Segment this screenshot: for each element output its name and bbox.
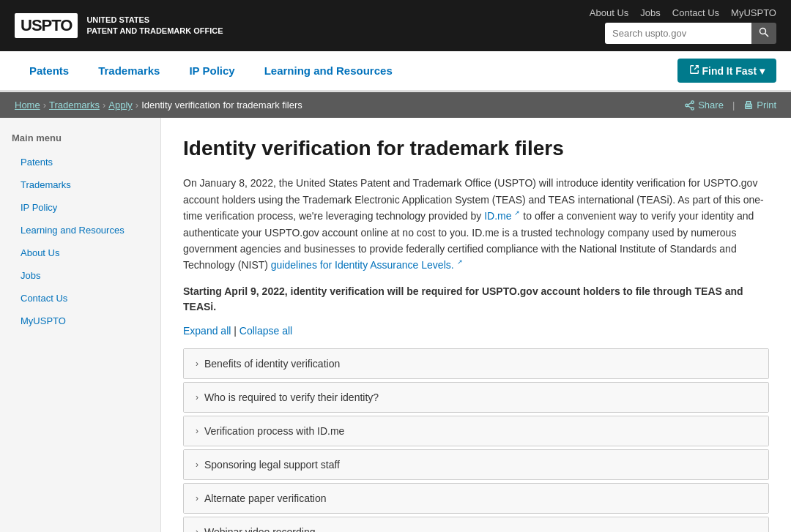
intro-paragraph-1: On January 8, 2022, the United States Pa… <box>183 175 769 273</box>
accordion-item-1: › Who is required to verify their identi… <box>183 382 769 413</box>
sidebar-item-jobs[interactable]: Jobs <box>0 264 160 287</box>
sidebar-title: Main menu <box>0 132 160 151</box>
print-icon <box>743 100 754 110</box>
search-icon <box>759 27 769 37</box>
dropdown-arrow-icon: ▾ <box>760 65 765 77</box>
chevron-right-icon-4: › <box>196 493 198 503</box>
breadcrumb-apply[interactable]: Apply <box>108 100 133 110</box>
chevron-right-icon-3: › <box>196 460 198 470</box>
breadcrumb-home[interactable]: Home <box>15 100 40 110</box>
expand-collapse-separator: | <box>234 325 239 337</box>
breadcrumb-current: Identity verification for trademark file… <box>141 100 302 110</box>
search-input[interactable] <box>605 23 751 44</box>
breadcrumb-trademarks[interactable]: Trademarks <box>49 100 100 110</box>
svg-line-6 <box>688 105 691 108</box>
chevron-right-icon-2: › <box>196 426 198 436</box>
accordion-item-3: › Sponsoring legal support staff <box>183 449 769 480</box>
sidebar-item-patents[interactable]: Patents <box>0 151 160 173</box>
sidebar-item-contact-us[interactable]: Contact Us <box>0 287 160 310</box>
svg-point-0 <box>760 29 766 34</box>
accordion: › Benefits of identity verification › Wh… <box>183 348 769 532</box>
external-link-icon-2: ↗ <box>457 259 463 266</box>
top-links: About Us Jobs Contact Us MyUSPTO <box>590 7 776 18</box>
expand-collapse-controls: Expand all | Collapse all <box>183 325 769 337</box>
accordion-header-4[interactable]: › Alternate paper verification <box>184 484 768 513</box>
accordion-label-5: Webinar video recording <box>204 526 316 532</box>
bold-notice: Starting April 9, 2022, identity verific… <box>183 284 769 315</box>
about-us-link[interactable]: About Us <box>590 7 628 18</box>
svg-point-3 <box>686 104 688 107</box>
site-header: USPTO UNITED STATES PATENT AND TRADEMARK… <box>0 0 791 51</box>
svg-line-1 <box>765 34 769 37</box>
accordion-header-2[interactable]: › Verification process with ID.me <box>184 416 768 446</box>
accordion-label-4: Alternate paper verification <box>204 492 327 504</box>
find-it-fast-button[interactable]: Find It Fast ▾ <box>677 59 776 83</box>
accordion-label-0: Benefits of identity verification <box>204 358 340 370</box>
header-right: About Us Jobs Contact Us MyUSPTO <box>590 7 776 44</box>
accordion-label-3: Sponsoring legal support staff <box>204 459 340 471</box>
collapse-all-link[interactable]: Collapse all <box>239 325 292 337</box>
link-icon <box>689 64 699 75</box>
main-content: Identity verification for trademark file… <box>161 118 791 532</box>
svg-rect-8 <box>747 105 751 106</box>
chevron-right-icon-1: › <box>196 392 198 402</box>
page-body: Main menu Patents Trademarks IP Policy L… <box>0 118 791 532</box>
agency-name: UNITED STATES PATENT AND TRADEMARK OFFIC… <box>86 15 223 37</box>
accordion-header-5[interactable]: › Webinar video recording <box>184 517 768 532</box>
logo-area: USPTO UNITED STATES PATENT AND TRADEMARK… <box>15 13 223 38</box>
print-link[interactable]: Print <box>743 100 776 110</box>
accordion-item-5: › Webinar video recording <box>183 517 769 532</box>
accordion-header-3[interactable]: › Sponsoring legal support staff <box>184 450 768 479</box>
accordion-header-0[interactable]: › Benefits of identity verification <box>184 349 768 378</box>
share-link[interactable]: Share <box>685 100 724 110</box>
main-nav: Patents Trademarks IP Policy Learning an… <box>0 51 791 92</box>
breadcrumb-divider: | <box>732 100 735 110</box>
sidebar-item-ip-policy[interactable]: IP Policy <box>0 196 160 219</box>
breadcrumb-sep-2: › <box>103 100 105 110</box>
sidebar-item-learning-resources[interactable]: Learning and Resources <box>0 219 160 241</box>
sidebar-item-about-us[interactable]: About Us <box>0 241 160 264</box>
chevron-right-icon-5: › <box>196 527 198 532</box>
accordion-label-2: Verification process with ID.me <box>204 425 344 437</box>
myuspto-link[interactable]: MyUSPTO <box>731 7 776 18</box>
jobs-link[interactable]: Jobs <box>640 7 660 18</box>
svg-point-2 <box>691 100 694 103</box>
page-title: Identity verification for trademark file… <box>183 135 769 162</box>
sidebar: Main menu Patents Trademarks IP Policy L… <box>0 118 161 532</box>
nav-patents[interactable]: Patents <box>15 51 83 92</box>
chevron-right-icon-0: › <box>196 359 198 369</box>
expand-all-link[interactable]: Expand all <box>183 325 231 337</box>
sidebar-item-myuspto[interactable]: MyUSPTO <box>0 310 160 332</box>
share-print-area: Share | Print <box>685 100 776 110</box>
search-bar <box>605 23 776 44</box>
nav-trademarks[interactable]: Trademarks <box>83 51 174 92</box>
contact-us-link[interactable]: Contact Us <box>672 7 719 18</box>
accordion-header-1[interactable]: › Who is required to verify their identi… <box>184 383 768 412</box>
nav-learning-resources[interactable]: Learning and Resources <box>250 51 407 92</box>
logo-box: USPTO <box>15 13 78 38</box>
id-me-link[interactable]: ID.me ↗ <box>484 210 523 222</box>
svg-line-5 <box>688 102 691 105</box>
search-button[interactable] <box>751 23 776 44</box>
guidelines-link[interactable]: guidelines for Identity Assurance Levels… <box>271 259 463 271</box>
breadcrumb-sep-1: › <box>43 100 46 110</box>
svg-point-4 <box>691 107 694 110</box>
breadcrumb-bar: Home › Trademarks › Apply › Identity ver… <box>0 92 791 118</box>
logo-text: USPTO <box>21 16 72 34</box>
sidebar-item-trademarks[interactable]: Trademarks <box>0 173 160 196</box>
breadcrumb: Home › Trademarks › Apply › Identity ver… <box>15 100 302 110</box>
share-icon <box>685 100 695 110</box>
nav-ip-policy[interactable]: IP Policy <box>174 51 249 92</box>
external-link-icon: ↗ <box>514 210 520 217</box>
accordion-item-4: › Alternate paper verification <box>183 483 769 514</box>
accordion-item-2: › Verification process with ID.me <box>183 416 769 446</box>
sidebar-nav: Patents Trademarks IP Policy Learning an… <box>0 151 160 332</box>
accordion-item-0: › Benefits of identity verification <box>183 348 769 379</box>
accordion-label-1: Who is required to verify their identity… <box>204 391 379 403</box>
breadcrumb-sep-3: › <box>135 100 138 110</box>
